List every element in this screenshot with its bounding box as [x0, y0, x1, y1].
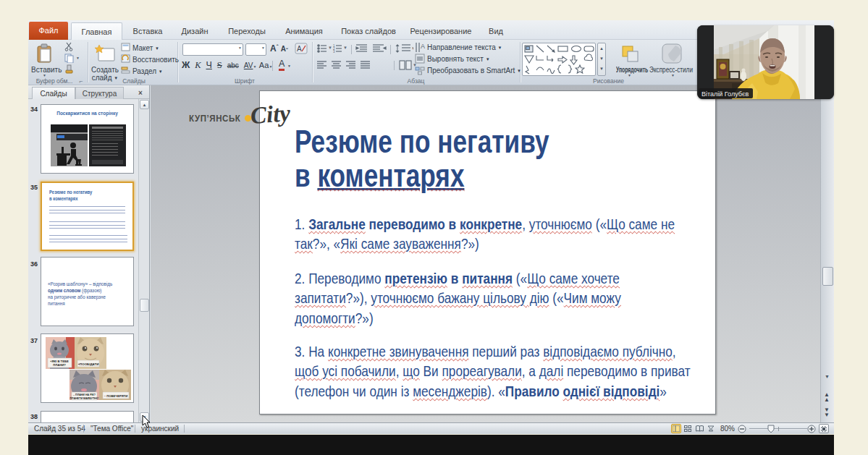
- svg-text:Віталій Голубєв: Віталій Голубєв: [701, 90, 749, 98]
- svg-text:А: А: [421, 43, 425, 50]
- svg-text:– ПЛАНИ НА РІК?: – ПЛАНИ НА РІК?: [73, 394, 96, 396]
- svg-text:▼: ▼: [343, 46, 347, 50]
- svg-text:«ЯКІ В ТЕБЕ: «ЯКІ В ТЕБЕ: [50, 360, 69, 363]
- svg-text:ПЛАНИ?: ПЛАНИ?: [53, 363, 66, 367]
- svg-text:3: 3: [333, 50, 335, 54]
- svg-text:▼: ▼: [411, 46, 413, 51]
- svg-text:«ПООБІДАТИ: «ПООБІДАТИ: [78, 362, 99, 366]
- svg-text:ПЛАНЕТИ МАЙБУТНЄ!: ПЛАНЕТИ МАЙБУТНЄ!: [70, 397, 99, 400]
- svg-text:– ПОВЕЧЕРЯТИ: – ПОВЕЧЕРЯТИ: [104, 394, 128, 398]
- svg-text:▼: ▼: [328, 46, 332, 50]
- svg-text:А: А: [297, 45, 302, 53]
